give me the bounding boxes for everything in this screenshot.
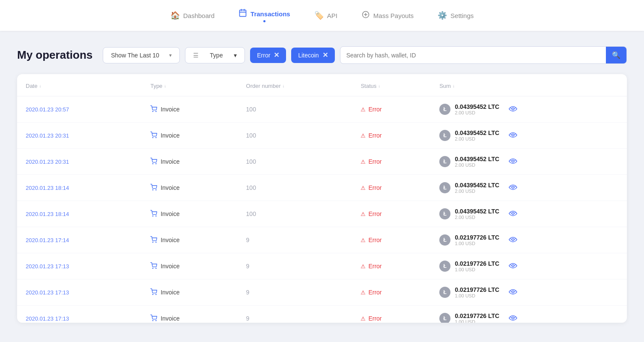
type-cell-5: Invoice xyxy=(142,227,237,253)
view-eye-icon[interactable] xyxy=(509,236,517,245)
status-cell-8: ⚠ Error xyxy=(352,306,431,323)
table-wrapper[interactable]: Date ↓ Type ↓ Order numb xyxy=(17,74,627,323)
th-date[interactable]: Date ↓ xyxy=(17,74,142,96)
show-last-dropdown[interactable]: Show The Last 10 ▾ xyxy=(103,47,180,63)
th-status[interactable]: Status ↓ xyxy=(352,74,431,96)
warning-icon: ⚠ xyxy=(361,185,366,191)
status-cell-7: ⚠ Error xyxy=(352,279,431,306)
th-type[interactable]: Type ↓ xyxy=(142,74,237,96)
close-litecoin-icon[interactable]: ✕ xyxy=(322,52,328,59)
view-eye-icon[interactable] xyxy=(509,262,517,271)
view-eye-icon[interactable] xyxy=(509,105,517,114)
type-cell-4: Invoice xyxy=(142,201,237,227)
status-cell-6: ⚠ Error xyxy=(352,253,431,279)
nav-transactions[interactable]: Transactions xyxy=(235,7,294,24)
nav-api-label: API xyxy=(327,12,337,19)
search-button[interactable]: 🔍 xyxy=(606,47,626,63)
nav-transactions-label: Transactions xyxy=(250,10,290,18)
status-cell-5: ⚠ Error xyxy=(352,227,431,253)
ltc-icon: Ł xyxy=(439,182,450,193)
api-icon: 🏷️ xyxy=(314,11,324,20)
dashboard-icon: 🏠 xyxy=(170,11,180,20)
page-title: My operations xyxy=(17,48,92,62)
table-row: 2020.01.23 20:31 Invoice 100 xyxy=(17,149,627,175)
order-cell-8: 9 xyxy=(238,306,352,323)
nav-api[interactable]: 🏷️ API xyxy=(311,9,341,22)
view-eye-icon[interactable] xyxy=(509,157,517,166)
table-row: 2020.01.23 17:13 Invoice 9 xyxy=(17,306,627,323)
search-input[interactable] xyxy=(340,48,606,63)
svg-rect-0 xyxy=(240,10,246,16)
th-sum[interactable]: Sum ↓ xyxy=(431,74,627,96)
chevron-down-icon: ▾ xyxy=(169,52,172,58)
status-cell-2: ⚠ Error xyxy=(352,149,431,175)
view-eye-icon[interactable] xyxy=(509,314,517,323)
order-cell-0: 100 xyxy=(238,96,352,123)
ltc-icon: Ł xyxy=(439,287,450,298)
svg-point-9 xyxy=(512,108,514,110)
sum-sort-icon: ↓ xyxy=(453,84,455,88)
status-cell-3: ⚠ Error xyxy=(352,175,431,201)
th-order[interactable]: Order number ↓ xyxy=(238,74,352,96)
view-eye-icon[interactable] xyxy=(509,210,517,219)
svg-point-20 xyxy=(156,216,156,216)
error-filter-badge[interactable]: Error ✕ xyxy=(250,48,286,63)
svg-point-27 xyxy=(512,264,514,267)
date-cell-2: 2020.01.23 20:31 xyxy=(17,149,142,175)
type-dropdown[interactable]: ☰ Type ▾ xyxy=(185,47,245,63)
search-wrapper: 🔍 xyxy=(340,46,627,64)
litecoin-badge-label: Litecoin xyxy=(298,52,319,59)
transactions-icon xyxy=(239,9,247,19)
nav-dashboard[interactable]: 🏠 Dashboard xyxy=(167,9,218,22)
table-row: 2020.01.23 20:57 Invoice 100 xyxy=(17,96,627,123)
table-row: 2020.01.23 18:14 Invoice 100 xyxy=(17,175,627,201)
ltc-icon: Ł xyxy=(439,104,450,115)
navbar: 🏠 Dashboard Transactions 🏷️ API xyxy=(0,0,644,31)
sum-cell-8: Ł 0.02197726 LTC 1.00 USD xyxy=(431,306,627,323)
svg-point-12 xyxy=(512,134,514,136)
nav-settings-label: Settings xyxy=(450,12,474,19)
date-cell-7: 2020.01.23 17:13 xyxy=(17,279,142,306)
search-icon: 🔍 xyxy=(612,51,620,59)
litecoin-filter-badge[interactable]: Litecoin ✕ xyxy=(291,48,334,63)
status-sort-icon: ↓ xyxy=(378,84,380,88)
svg-point-24 xyxy=(512,238,514,240)
cart-icon xyxy=(150,315,157,323)
type-cell-7: Invoice xyxy=(142,279,237,306)
close-error-icon[interactable]: ✕ xyxy=(274,52,279,59)
type-label: Type xyxy=(210,52,223,59)
svg-point-28 xyxy=(152,294,153,294)
error-badge-label: Error xyxy=(257,52,270,59)
type-chevron-icon: ▾ xyxy=(234,52,237,59)
svg-point-29 xyxy=(156,294,156,294)
sum-cell-0: Ł 0.04395452 LTC 2.00 USD xyxy=(431,96,627,123)
svg-point-13 xyxy=(152,163,153,164)
order-cell-7: 9 xyxy=(238,279,352,306)
transactions-table: Date ↓ Type ↓ Order numb xyxy=(17,74,627,323)
date-cell-6: 2020.01.23 17:13 xyxy=(17,253,142,279)
svg-point-30 xyxy=(512,291,514,293)
view-eye-icon[interactable] xyxy=(509,183,517,192)
cart-icon xyxy=(150,288,157,297)
status-cell-4: ⚠ Error xyxy=(352,201,431,227)
nav-mass-payouts[interactable]: Mass Payouts xyxy=(358,9,417,23)
type-cell-2: Invoice xyxy=(142,149,237,175)
warning-icon: ⚠ xyxy=(361,132,366,139)
svg-point-7 xyxy=(152,111,153,111)
sum-cell-4: Ł 0.04395452 LTC 2.00 USD xyxy=(431,201,627,227)
show-last-label: Show The Last 10 xyxy=(111,52,159,59)
type-cell-6: Invoice xyxy=(142,253,237,279)
svg-point-19 xyxy=(152,216,153,216)
table-row: 2020.01.23 17:14 Invoice 9 xyxy=(17,227,627,253)
view-eye-icon[interactable] xyxy=(509,288,517,297)
view-eye-icon[interactable] xyxy=(509,131,517,140)
cart-icon xyxy=(150,210,157,218)
nav-settings[interactable]: ⚙️ Settings xyxy=(434,9,477,22)
sum-cell-3: Ł 0.04395452 LTC 2.00 USD xyxy=(431,175,627,201)
svg-point-16 xyxy=(152,189,153,190)
warning-icon: ⚠ xyxy=(361,159,366,165)
order-cell-1: 100 xyxy=(238,123,352,149)
ltc-icon: Ł xyxy=(439,130,450,141)
type-cell-8: Invoice xyxy=(142,306,237,323)
sum-cell-7: Ł 0.02197726 LTC 1.00 USD xyxy=(431,279,627,306)
